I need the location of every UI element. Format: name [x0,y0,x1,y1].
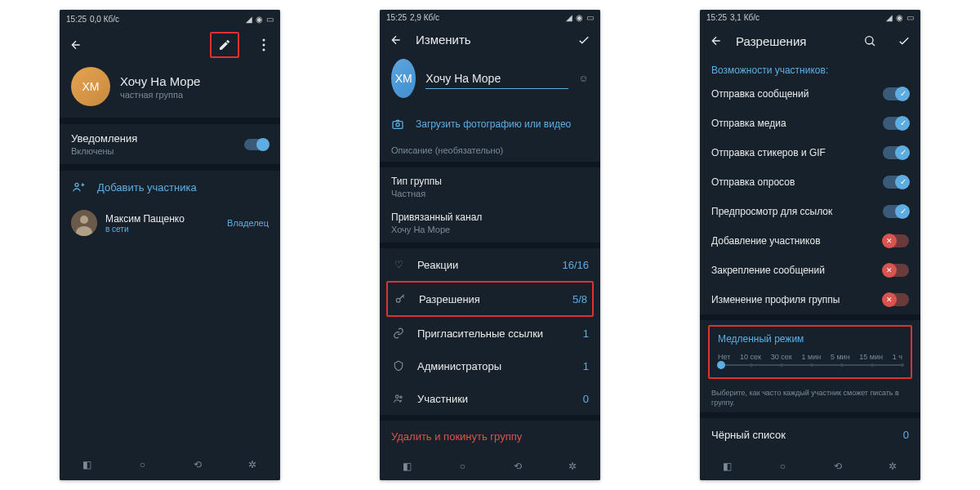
search-icon[interactable] [862,33,878,49]
linked-value: Хочу На Море [380,225,600,243]
reactions-row[interactable]: ♡ Реакции 16/16 [380,248,600,281]
slow-mode-highlight: Медленный режим Нет10 сек30 сек1 мин5 ми… [708,325,912,379]
permission-toggle[interactable] [883,293,909,306]
signal-icon: ◢ [246,15,252,24]
group-avatar[interactable]: ХМ [391,59,416,98]
edit-pencil-icon[interactable] [216,37,233,53]
nav-home-icon[interactable]: ○ [455,459,470,474]
permission-row: Закрепление сообщений [700,256,920,285]
status-net: 3,1 Кб/с [730,13,760,22]
nav-back-icon[interactable]: ⟲ [190,457,205,472]
status-bar: 15:25 0,0 Кб/с ◢ ◉ ▭ [60,10,280,28]
permission-toggle[interactable] [883,264,909,277]
svg-point-2 [263,49,265,51]
slow-mode-labels: Нет10 сек30 сек1 мин5 мин15 мин1 ч [718,353,902,361]
notifications-row: Уведомления Включены [60,124,280,164]
invite-links-row[interactable]: Пригласительные ссылки 1 [380,317,600,350]
nav-home-icon[interactable]: ○ [775,459,790,474]
nav-back-icon[interactable]: ⟲ [510,459,525,474]
status-net: 2,9 Кб/с [410,13,439,22]
svg-point-5 [80,216,88,224]
phone-screen-1: 15:25 0,0 Кб/с ◢ ◉ ▭ ХМ Хочу На Море час… [60,10,280,480]
permission-toggle[interactable] [883,205,909,218]
type-value: Частная [380,189,600,207]
delete-group-row[interactable]: Удалить и покинуть группу [380,421,600,452]
permission-toggle[interactable] [883,176,909,189]
permission-label: Отправка опросов [711,176,875,188]
section-title: Возможности участников: [700,56,920,79]
confirm-check-icon[interactable] [576,32,592,48]
member-role: Владелец [227,218,269,228]
permission-toggle[interactable] [883,234,909,247]
nav-menu-icon[interactable]: ◧ [720,459,735,474]
confirm-check-icon[interactable] [896,33,912,49]
permission-toggle[interactable] [883,146,909,159]
svg-rect-7 [393,122,403,129]
people-icon [391,393,406,404]
add-member-label: Добавить участника [97,181,197,194]
permission-row: Отправка опросов [700,167,920,197]
permission-toggle[interactable] [883,87,909,100]
permission-toggle[interactable] [883,117,909,130]
nav-accessibility-icon[interactable]: ✲ [885,459,900,474]
header-bar [60,28,280,62]
members-row[interactable]: Участники 0 [380,382,600,415]
nav-menu-icon[interactable]: ◧ [400,459,415,474]
slider-thumb[interactable] [717,361,725,369]
header-bar: Разрешения [700,26,920,56]
permissions-value: 5/8 [572,293,587,305]
emoji-icon[interactable]: ☺ [578,70,589,87]
admins-label: Администраторы [417,360,572,372]
svg-point-8 [396,123,399,127]
svg-point-11 [400,396,402,398]
nav-accessibility-icon[interactable]: ✲ [565,459,580,474]
more-icon[interactable] [256,37,272,53]
description-placeholder[interactable]: Описание (необязательно) [380,139,600,162]
member-avatar [71,210,97,236]
slow-tick-label: 30 сек [771,353,792,361]
back-icon[interactable] [708,33,724,49]
blacklist-value: 0 [903,429,909,441]
svg-point-1 [263,44,265,47]
back-icon[interactable] [388,32,404,48]
permission-label: Отправка медиа [711,118,875,129]
blacklist-row[interactable]: Чёрный список 0 [700,418,920,451]
heart-icon: ♡ [391,259,406,270]
slow-tick-label: 1 мин [801,353,821,361]
divider [380,162,600,167]
permissions-row[interactable]: Разрешения 5/8 [388,283,592,315]
member-row[interactable]: Максим Пащенко в сети Владелец [60,203,280,243]
permissions-label: Разрешения [419,293,561,305]
notif-toggle[interactable] [244,139,269,150]
member-status: в сети [105,225,185,234]
upload-photo-row[interactable]: Загрузить фотографию или видео [380,109,600,139]
nav-back-icon[interactable]: ⟲ [831,459,845,474]
slow-mode-slider[interactable] [719,364,901,366]
add-member-row[interactable]: Добавить участника [60,171,280,203]
admins-row[interactable]: Администраторы 1 [380,350,600,382]
reactions-value: 16/16 [562,259,589,271]
permission-label: Добавление участников [711,235,875,247]
upload-label: Загрузить фотографию или видео [416,118,571,130]
battery-icon: ▭ [906,13,914,22]
blacklist-label: Чёрный список [711,429,892,441]
header-title: Изменить [416,33,564,47]
nav-bar: ◧ ○ ⟲ ✲ [380,452,600,480]
invite-label: Пригласительные ссылки [417,327,572,340]
back-icon[interactable] [68,37,84,53]
group-name-input[interactable] [425,69,568,89]
permission-label: Предпросмотр для ссылок [711,206,875,217]
phone-screen-2: 15:25 2,9 Кб/с ◢ ◉ ▭ Изменить ХМ ☺ Загру… [380,10,600,480]
svg-point-9 [396,298,400,302]
nav-accessibility-icon[interactable]: ✲ [245,457,260,472]
nav-menu-icon[interactable]: ◧ [80,457,95,472]
divider [380,415,600,421]
permission-row: Отправка сообщений [700,79,920,109]
slow-tick-label: 1 ч [893,353,902,361]
permission-label: Отправка сообщений [711,88,875,100]
permission-row: Отправка стикеров и GIF [700,138,920,167]
nav-home-icon[interactable]: ○ [135,457,149,472]
permission-row: Предпросмотр для ссылок [700,197,920,226]
divider [700,314,920,320]
divider [60,118,280,124]
